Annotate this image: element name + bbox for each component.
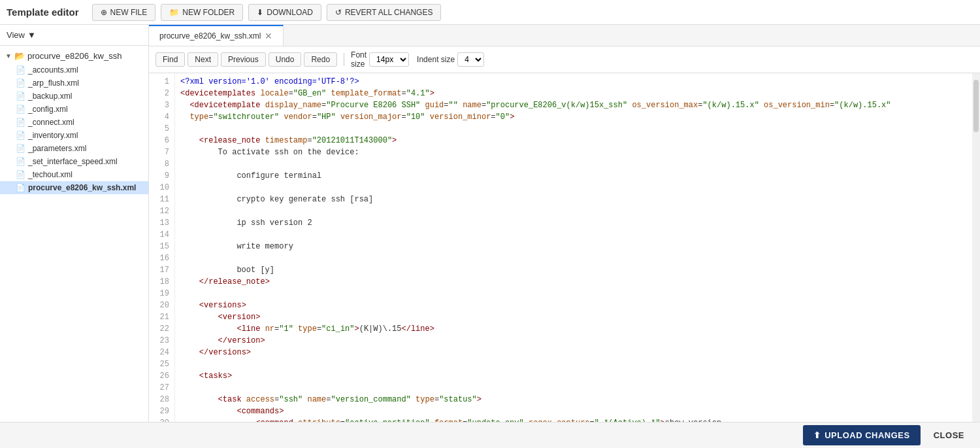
editor-toolbar: Find Next Previous Undo Redo Fontsize 14… [149, 46, 980, 73]
upload-icon: ⬆ [813, 430, 821, 440]
code-line [180, 382, 967, 394]
line-number: 15 [149, 241, 174, 252]
line-number: 7 [149, 146, 174, 158]
editor-tab[interactable]: procurve_e8206_kw_ssh.xml ✕ [149, 25, 284, 46]
line-number: 3 [149, 99, 174, 111]
code-line [180, 158, 967, 170]
line-number: 6 [149, 135, 174, 146]
find-button[interactable]: Find [155, 52, 185, 67]
undo-button[interactable]: Undo [269, 52, 302, 67]
file-name: _inventory.xml [28, 131, 78, 140]
main-area: View ▼ ▼ 📂 procurve_e8206_kw_ssh 📄_accou… [0, 25, 980, 422]
font-size-select[interactable]: 14px12px16px18px [369, 52, 409, 67]
code-line [180, 358, 967, 370]
file-icon: 📄 [16, 92, 25, 101]
tree-file-item[interactable]: 📄_techout.xml [0, 168, 148, 181]
upload-changes-button[interactable]: ⬆ UPLOAD CHANGES [803, 425, 921, 445]
chevron-down-icon: ▼ [5, 52, 12, 60]
revert-all-button[interactable]: ↺ REVERT ALL CHANGES [327, 4, 442, 21]
next-button[interactable]: Next [188, 52, 218, 67]
line-number: 18 [149, 276, 174, 288]
line-number: 1 [149, 76, 174, 88]
app-title: Template editor [7, 7, 79, 18]
code-line: write memory [180, 241, 967, 252]
file-icon: 📄 [16, 131, 25, 140]
file-name: _connect.xml [28, 118, 74, 127]
code-line: <devicetemplates locale="GB_en" template… [180, 88, 967, 99]
toolbar-divider [344, 53, 344, 66]
tree-file-item[interactable]: 📄_config.xml [0, 103, 148, 116]
code-line: </version> [180, 335, 967, 347]
line-number: 29 [149, 405, 174, 417]
editor-area: procurve_e8206_kw_ssh.xml ✕ Find Next Pr… [149, 25, 980, 422]
code-line: <command attribute="active_partition" fo… [180, 417, 967, 422]
code-line: boot [y] [180, 264, 967, 276]
file-tree: ▼ 📂 procurve_e8206_kw_ssh 📄_accounts.xml… [0, 46, 148, 422]
file-name: _backup.xml [28, 92, 72, 101]
download-button[interactable]: ⬇ DOWNLOAD [248, 4, 321, 21]
file-icon: 📄 [16, 65, 25, 75]
line-number: 13 [149, 217, 174, 229]
tree-file-item[interactable]: 📄_parameters.xml [0, 142, 148, 155]
code-line [180, 205, 967, 217]
line-number: 30 [149, 417, 174, 422]
indent-size-label: Indent size [417, 55, 455, 64]
code-line [180, 229, 967, 241]
line-number: 25 [149, 358, 174, 370]
code-content[interactable]: <?xml version='1.0' encoding='UTF-8'?><d… [175, 73, 972, 422]
tree-file-item[interactable]: 📄_set_interface_speed.xml [0, 155, 148, 168]
tree-file-item[interactable]: 📄procurve_e8206_kw_ssh.xml [0, 181, 148, 194]
line-number: 23 [149, 335, 174, 347]
folder-icon: 📂 [14, 51, 25, 61]
line-number: 17 [149, 264, 174, 276]
file-name: _parameters.xml [28, 144, 86, 153]
tree-file-item[interactable]: 📄_backup.xml [0, 90, 148, 103]
file-list: 📄_accounts.xml📄_arp_flush.xml📄_backup.xm… [0, 63, 148, 194]
code-editor: 1234567891011121314151617181920212223242… [149, 73, 980, 422]
font-size-label: Fontsize [351, 50, 367, 69]
file-name: _arp_flush.xml [28, 78, 79, 88]
file-icon: 📄 [16, 183, 25, 192]
code-line [180, 288, 967, 300]
revert-icon: ↺ [335, 8, 342, 17]
code-line: configure terminal [180, 170, 967, 182]
tab-close-button[interactable]: ✕ [265, 31, 272, 41]
previous-button[interactable]: Previous [221, 52, 266, 67]
line-number: 19 [149, 288, 174, 300]
tree-file-item[interactable]: 📄_arp_flush.xml [0, 77, 148, 90]
file-icon: 📄 [16, 118, 25, 127]
line-numbers: 1234567891011121314151617181920212223242… [149, 73, 175, 422]
code-line: </versions> [180, 347, 967, 358]
tree-file-item[interactable]: 📄_inventory.xml [0, 129, 148, 142]
line-number: 24 [149, 347, 174, 358]
new-folder-button[interactable]: 📁 NEW FOLDER [161, 4, 243, 21]
bottom-bar: ⬆ UPLOAD CHANGES CLOSE [0, 422, 980, 448]
indent-size-select[interactable]: 428 [457, 52, 484, 67]
vertical-scrollbar[interactable] [972, 73, 980, 422]
new-file-button[interactable]: ⊕ NEW FILE [92, 4, 156, 21]
code-line [180, 252, 967, 264]
line-number: 2 [149, 88, 174, 99]
close-button[interactable]: CLOSE [926, 425, 972, 445]
code-line: <?xml version='1.0' encoding='UTF-8'?> [180, 76, 967, 88]
view-button[interactable]: View ▼ [0, 25, 148, 46]
code-line: <version> [180, 311, 967, 323]
line-number: 12 [149, 205, 174, 217]
code-line: ip ssh version 2 [180, 217, 967, 229]
tab-label: procurve_e8206_kw_ssh.xml [159, 31, 261, 41]
tree-file-item[interactable]: 📄_connect.xml [0, 116, 148, 129]
file-icon: 📄 [16, 170, 25, 179]
sidebar: View ▼ ▼ 📂 procurve_e8206_kw_ssh 📄_accou… [0, 25, 149, 422]
code-line: <release_note timestamp="20121011T143000… [180, 135, 967, 146]
line-number: 11 [149, 194, 174, 205]
tree-file-item[interactable]: 📄_accounts.xml [0, 63, 148, 77]
line-number: 4 [149, 111, 174, 123]
redo-button[interactable]: Redo [304, 52, 337, 67]
file-name: _techout.xml [28, 170, 73, 179]
scrollbar-thumb[interactable] [973, 80, 979, 132]
line-number: 9 [149, 170, 174, 182]
code-line: <line nr="1" type="ci_in">(K|W)\.15</lin… [180, 323, 967, 335]
code-line: <versions> [180, 300, 967, 311]
line-number: 27 [149, 382, 174, 394]
tree-root-folder[interactable]: ▼ 📂 procurve_e8206_kw_ssh [0, 48, 148, 63]
